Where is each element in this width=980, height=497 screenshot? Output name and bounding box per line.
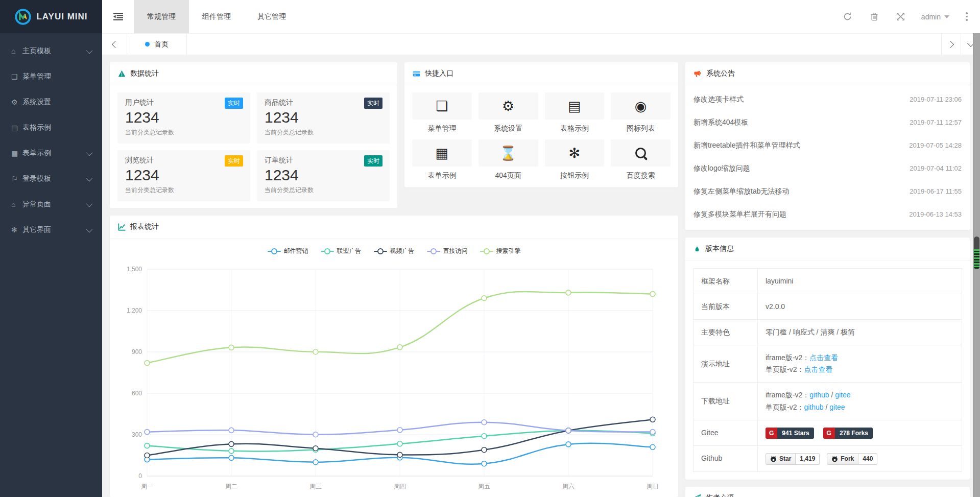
tab-label: 首页 bbox=[154, 40, 169, 49]
card-title: 快捷入口 bbox=[425, 69, 453, 78]
announcement-date: 2019-06-13 14:53 bbox=[909, 210, 962, 218]
chevron-down-icon bbox=[86, 149, 93, 156]
tab-home[interactable]: 首页 bbox=[127, 34, 187, 55]
gitee-icon: G bbox=[766, 428, 777, 439]
quick-entry-label: 404页面 bbox=[479, 171, 538, 180]
status-badge: 实时 bbox=[364, 98, 383, 109]
top-nav-item[interactable]: 组件管理 bbox=[189, 0, 244, 33]
legend-item[interactable]: 邮件营销 bbox=[268, 247, 308, 255]
quick-grid: ❏ 菜单管理 ⚙ 系统设置 ▤ 表格示例 ◉ 图标列表 ▦ 表单示例 ⌛ 404… bbox=[404, 85, 678, 187]
clear-cache-button[interactable] bbox=[861, 0, 888, 33]
quick-entry-item[interactable]: ✻ 按钮示例 bbox=[545, 139, 605, 180]
fullscreen-button[interactable] bbox=[888, 0, 914, 33]
chart-legend: 邮件营销 联盟广告 视频广告 直接访问 搜索引擎 bbox=[110, 239, 678, 256]
dot-circle-icon: ◉ bbox=[635, 98, 647, 114]
sidebar-item[interactable]: ⌂ 异常页面 bbox=[0, 192, 102, 217]
quick-entry-item[interactable]: 百度搜索 bbox=[611, 139, 671, 180]
sidebar-item[interactable]: ▦ 表单示例 bbox=[0, 140, 102, 166]
demo-spa-link[interactable]: 点击查看 bbox=[804, 365, 832, 373]
quick-entry-item[interactable]: ▤ 表格示例 bbox=[545, 92, 605, 133]
gitee-stars-badge[interactable]: G 941 Stars bbox=[766, 428, 814, 439]
legend-label: 邮件营销 bbox=[284, 247, 308, 255]
legend-item[interactable]: 搜索引擎 bbox=[480, 247, 521, 255]
download-links: iframe版-v2：github / gitee 单页版-v2：github … bbox=[758, 383, 962, 420]
quick-entry-label: 百度搜索 bbox=[611, 171, 671, 180]
download-github-link[interactable]: github bbox=[809, 391, 829, 399]
row-label: 演示地址 bbox=[694, 345, 758, 383]
sidebar-item[interactable]: ⚙ 系统设置 bbox=[0, 89, 102, 115]
refresh-icon bbox=[843, 12, 852, 21]
sidebar-item-label: 菜单管理 bbox=[22, 72, 93, 81]
snowflake-icon: ✻ bbox=[569, 145, 581, 161]
legend-marker bbox=[321, 248, 334, 254]
legend-item[interactable]: 直接访问 bbox=[427, 247, 468, 255]
framework-name: layuimini bbox=[758, 269, 962, 294]
svg-text:周三: 周三 bbox=[309, 483, 322, 490]
quick-entry-item[interactable]: ❏ 菜单管理 bbox=[412, 92, 472, 133]
announcement-row: 新增treetable插件和菜单管理样式 2019-07-05 14:28 bbox=[694, 134, 962, 157]
card-author-words: 作者心语 本模板基于layui2.5.4以及font-awesome-4.7.0… bbox=[685, 487, 970, 497]
gitee-forks-badge[interactable]: G 278 Forks bbox=[823, 428, 873, 439]
user-menu[interactable]: admin bbox=[914, 13, 957, 21]
top-nav-item[interactable]: 常规管理 bbox=[134, 0, 189, 33]
page-scrollbar[interactable] bbox=[973, 33, 980, 497]
version-table: 框架名称 layuimini 当前版本 v2.0.0 主要特色 零门槛 / 响应… bbox=[693, 268, 962, 472]
tab-scroll-right-button[interactable] bbox=[941, 34, 961, 55]
tab-scroll-left-button[interactable] bbox=[102, 34, 127, 55]
demo-iframe-link[interactable]: 点击查看 bbox=[809, 353, 838, 362]
menu-fold-button[interactable] bbox=[102, 0, 134, 33]
svg-text:周一: 周一 bbox=[141, 483, 153, 490]
sidebar-item[interactable]: ✻ 其它界面 bbox=[0, 217, 102, 243]
sidebar-item-label: 系统设置 bbox=[22, 98, 93, 107]
legend-item[interactable]: 联盟广告 bbox=[321, 247, 362, 255]
sidebar-item[interactable]: ⚐ 登录模板 bbox=[0, 166, 102, 192]
gitee-badges: G 941 Stars G 278 Forks bbox=[758, 420, 962, 445]
quick-entry-item[interactable]: ⌛ 404页面 bbox=[479, 139, 538, 180]
announcement-text: 修复左侧菜单缩放tab无法移动 bbox=[694, 187, 789, 196]
sidebar-item-label: 其它界面 bbox=[22, 225, 86, 234]
quick-entry-label: 系统设置 bbox=[479, 124, 538, 133]
more-menu-button[interactable] bbox=[957, 12, 977, 21]
scrollbar-thumb[interactable] bbox=[974, 236, 979, 269]
download-gitee-link[interactable]: gitee bbox=[829, 403, 845, 411]
sidebar-item[interactable]: ⌂ 主页模板 bbox=[0, 38, 102, 64]
svg-text:600: 600 bbox=[132, 390, 142, 397]
top-nav-item[interactable]: 其它管理 bbox=[244, 0, 299, 33]
svg-text:1,500: 1,500 bbox=[127, 266, 142, 273]
sidebar-item[interactable]: ▤ 表格示例 bbox=[0, 115, 102, 140]
card-header: 作者心语 bbox=[685, 487, 970, 497]
app-title: LAYUI MINI bbox=[36, 12, 87, 22]
home-icon: ⌂ bbox=[11, 47, 22, 55]
sidebar-item[interactable]: ❏ 菜单管理 bbox=[0, 64, 102, 89]
status-badge: 实时 bbox=[364, 155, 383, 167]
announcement-row: 修改logo缩放问题 2019-07-04 11:02 bbox=[694, 157, 962, 180]
search-icon bbox=[635, 148, 646, 158]
refresh-button[interactable] bbox=[834, 0, 861, 33]
card-version-info: 版本信息 框架名称 layuimini 当前版本 v2.0.0 bbox=[685, 238, 970, 480]
quick-entry-item[interactable]: ▦ 表单示例 bbox=[412, 139, 472, 180]
chevron-down-icon bbox=[86, 175, 93, 181]
github-fork-badge[interactable]: Fork 440 bbox=[827, 453, 877, 465]
row-label: Github bbox=[694, 445, 758, 471]
fork-count: 440 bbox=[858, 453, 877, 465]
quick-entry-item[interactable]: ◉ 图标列表 bbox=[611, 92, 671, 133]
quick-entry-item[interactable]: ⚙ 系统设置 bbox=[479, 92, 538, 133]
top-nav-item-label: 常规管理 bbox=[147, 12, 176, 21]
stat-caption: 当前分类总记录数 bbox=[265, 186, 382, 195]
main-area: 常规管理 组件管理 其它管理 bbox=[102, 0, 980, 497]
gears-icon: ⚙ bbox=[11, 98, 22, 106]
announcement-text: 新增系统404模板 bbox=[694, 118, 748, 127]
download-gitee-link[interactable]: gitee bbox=[835, 391, 850, 399]
sidebar-item-label: 表单示例 bbox=[22, 149, 86, 158]
github-star-badge[interactable]: Star 1,419 bbox=[766, 453, 820, 465]
legend-item[interactable]: 视频广告 bbox=[374, 247, 415, 255]
announcement-row: 新增系统404模板 2019-07-11 12:57 bbox=[694, 111, 962, 134]
download-github-link[interactable]: github bbox=[804, 403, 823, 411]
legend-marker bbox=[427, 248, 440, 254]
stat-value: 1234 bbox=[265, 109, 382, 126]
tab-bar: 首页 bbox=[102, 34, 980, 55]
warning-triangle-icon bbox=[118, 70, 126, 78]
sidebar-item-label: 异常页面 bbox=[22, 200, 86, 209]
app-root: LAYUI MINI ⌂ 主页模板 ❏ 菜单管理 ⚙ 系统设置 ▤ 表格示例 ▦… bbox=[0, 0, 980, 497]
calendar-icon: ▦ bbox=[11, 149, 22, 157]
